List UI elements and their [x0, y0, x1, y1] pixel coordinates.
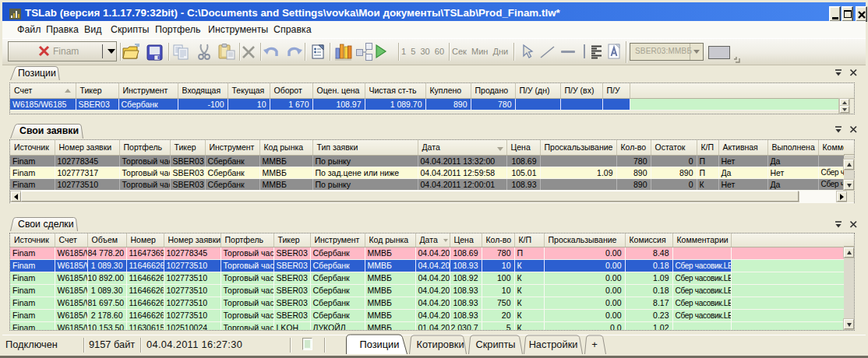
svg-text:+: + [591, 339, 598, 350]
svg-text:Позиции: Позиции [18, 68, 56, 79]
svg-text:Позиции: Позиции [360, 339, 400, 350]
svg-text:Настройки: Настройки [529, 339, 578, 350]
svg-text:Котировки: Котировки [416, 339, 464, 350]
svg-text:Свои заявки: Свои заявки [19, 125, 79, 136]
svg-text:Скрипты: Скрипты [475, 339, 515, 350]
svg-text:Свои сделки: Свои сделки [18, 219, 74, 230]
